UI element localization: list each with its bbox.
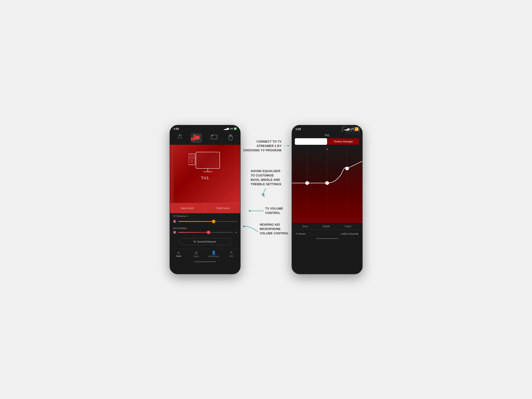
svg-point-7 xyxy=(192,139,193,139)
tv-streamer-label: TV Streamer 1 xyxy=(170,213,240,217)
home-bar xyxy=(194,261,216,262)
surroundings-slider[interactable] xyxy=(178,232,233,233)
prog-music[interactable]: 🎵 xyxy=(175,133,184,143)
status-icon: ◎ xyxy=(195,250,198,255)
svg-point-31 xyxy=(305,181,309,185)
tv-volume-slider[interactable] xyxy=(178,221,237,222)
sound-eq-arrow xyxy=(260,188,271,197)
surroundings-mute-icon[interactable]: 🔇 xyxy=(173,231,177,234)
bass-label: Bass xyxy=(303,225,308,228)
faith-logo-area: Faith hearing specialists xyxy=(341,125,360,135)
battery-icon: ▮ xyxy=(234,127,237,130)
svg-rect-1 xyxy=(194,135,195,136)
tv-slider-track xyxy=(178,221,237,222)
sound-enhancer-label: Sound Enhancer xyxy=(197,240,216,243)
reset-button[interactable]: ↺ Reset xyxy=(296,232,305,235)
mouse-svg xyxy=(228,134,233,141)
tv-volume-row: 🔇 xyxy=(173,220,237,223)
reset-label: Reset xyxy=(299,232,305,235)
annotation-connect-tv: Connect to TV Streamer 2 by choosing TV … xyxy=(242,139,290,153)
annotation-tv-volume: TV volumecontrol xyxy=(242,207,290,215)
eq-adjust-icon[interactable]: ⇌ xyxy=(235,231,237,234)
hearing-aid-text: Hearing aidmicrophonevolume control xyxy=(260,222,289,236)
eq-graph-area xyxy=(292,147,362,223)
sound-enhancer-section: ⧉ Sound Enhancer xyxy=(170,234,240,249)
connect-tv-arrow xyxy=(283,142,290,150)
annotation-hearing-aid: Hearing aidmicrophonevolume control xyxy=(242,222,290,236)
main-layout: 1:02 ▂▄▆ wifi ▮ 🎵 xyxy=(170,125,363,274)
my-resound-icon: 👤 xyxy=(211,250,216,255)
svg-point-33 xyxy=(345,167,349,170)
surroundings-fill xyxy=(178,232,209,233)
speaker-icon xyxy=(191,137,195,141)
home-indicator xyxy=(170,260,240,264)
nav-more[interactable]: ≡ More xyxy=(222,250,240,257)
wifi-icon: wifi xyxy=(230,127,233,130)
phone-left: 1:02 ▂▄▆ wifi ▮ 🎵 xyxy=(170,125,241,274)
status-icons-left: ▂▄▆ wifi ▮ xyxy=(224,127,236,130)
tv-content-label: TV1 xyxy=(201,176,209,180)
status-time-left: 1:02 xyxy=(174,127,179,130)
bottom-nav: ⌂ Home ◎ Status 👤 My ReSound ≡ More xyxy=(170,249,240,260)
status-label: Status xyxy=(194,255,199,257)
sound-enhancer-button[interactable]: ⧉ Sound Enhancer xyxy=(179,238,231,245)
tv-content-area: TV1 Bass boost Treble boost xyxy=(170,145,240,213)
surroundings-section: Surroundings 🔇 ⇌ xyxy=(170,226,240,234)
eq-tabs: Tinnitus Manager xyxy=(295,138,359,145)
tv-slider-fill xyxy=(178,221,214,222)
svg-point-21 xyxy=(191,160,193,163)
surroundings-track xyxy=(178,232,233,233)
eq-tab-tinnitus[interactable]: Tinnitus Manager xyxy=(327,138,359,145)
tv-volume-text: TV volumecontrol xyxy=(265,207,283,215)
surroundings-row: 🔇 ⇌ xyxy=(173,231,237,234)
bass-boost-btn[interactable]: Bass boost xyxy=(170,203,205,213)
eq-labels-bottom: Bass Middle Treble xyxy=(292,223,362,230)
add-favorite-button[interactable]: + Add a Favorite xyxy=(340,232,358,235)
tv-mute-icon[interactable]: 🔇 xyxy=(173,220,177,223)
eq-footer: ↺ Reset + Add a Favorite xyxy=(292,230,362,237)
status-bar-left: 1:02 ▂▄▆ wifi ▮ xyxy=(170,125,240,131)
svg-rect-9 xyxy=(212,135,213,136)
nav-home[interactable]: ⌂ Home xyxy=(170,250,188,257)
tv-volume-arrow xyxy=(249,208,264,214)
connect-tv-text: Connect to TV Streamer 2 by choosing TV … xyxy=(242,139,282,153)
sound-eq-text: Sound equaliserto customisebass, middle … xyxy=(251,169,281,186)
tv-bg-left xyxy=(170,145,174,203)
phone-right: 1:02 ▂▄▆ wifi 📶 Faith hearing specialist… xyxy=(291,125,363,274)
middle-label: Middle xyxy=(323,225,330,228)
eq-graph-svg xyxy=(292,147,362,223)
status-bar-right: 1:02 ▂▄▆ wifi 📶 Faith hearing specialist… xyxy=(292,125,362,132)
svg-rect-15 xyxy=(197,153,219,168)
home-label: Home xyxy=(176,255,181,257)
tv-volume-section: 🔇 xyxy=(170,217,240,226)
svg-point-20 xyxy=(191,157,193,158)
signal-icon: ▂▄▆ xyxy=(224,127,229,130)
music-prog-icon: 🎵 xyxy=(177,134,182,139)
tv-slider-thumb[interactable] xyxy=(212,220,215,223)
home-bar-right xyxy=(316,238,338,239)
home-indicator-right xyxy=(292,237,362,241)
faith-logo: Faith xyxy=(341,125,360,133)
surroundings-thumb[interactable] xyxy=(207,231,210,234)
eq-tab-default[interactable] xyxy=(295,138,327,145)
nav-my-resound[interactable]: 👤 My ReSound xyxy=(205,250,223,257)
mouse-prog-icon xyxy=(228,134,233,142)
tv-image-area: TV1 xyxy=(170,145,240,203)
svg-point-19 xyxy=(190,156,194,159)
treble-boost-btn[interactable]: Treble boost xyxy=(205,203,240,213)
more-label: More xyxy=(229,255,234,257)
annotation-sound-eq: Sound equaliserto customisebass, middle … xyxy=(242,169,290,197)
prog-mouse[interactable] xyxy=(226,133,235,143)
boost-area: Bass boost Treble boost xyxy=(170,203,240,213)
treble-label: Treble xyxy=(344,225,351,228)
prog-tv2[interactable] xyxy=(209,133,220,143)
reset-icon: ↺ xyxy=(296,232,298,235)
add-favorite-label: + Add a Favorite xyxy=(340,232,358,235)
nav-status[interactable]: ◎ Status xyxy=(187,250,205,257)
eq-bars-icon: ⧉ xyxy=(194,240,196,243)
more-icon: ≡ xyxy=(230,250,232,255)
annotations-column: Connect to TV Streamer 2 by choosing TV … xyxy=(241,125,291,250)
status-time-right: 1:02 xyxy=(296,127,301,131)
prog-tv1[interactable] xyxy=(191,133,202,143)
surroundings-label: Surroundings xyxy=(173,227,237,229)
